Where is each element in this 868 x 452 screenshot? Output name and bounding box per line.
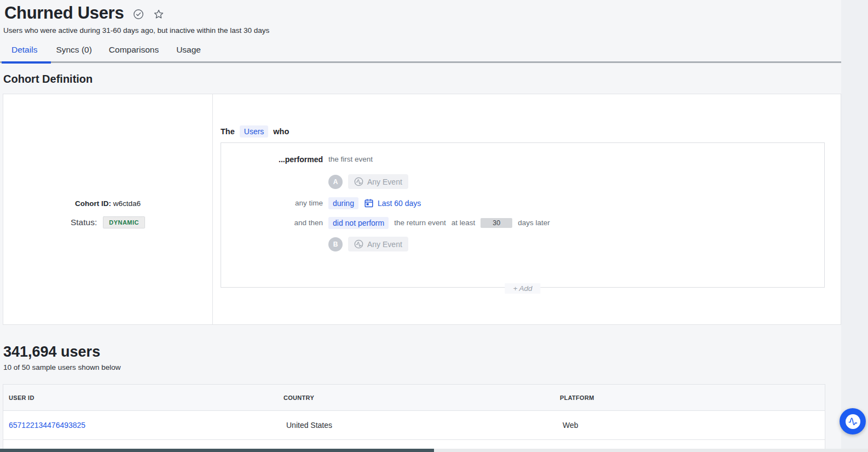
event-icon	[354, 239, 363, 249]
event-a-label: Any Event	[367, 178, 402, 186]
cohort-id-label: Cohort ID:	[75, 199, 111, 208]
right-gutter	[841, 0, 868, 452]
active-tab-underline	[2, 61, 51, 64]
subject-suffix: who	[273, 127, 289, 136]
cohort-subject-line: The Users who	[221, 125, 289, 138]
days-later-label: days later	[518, 219, 550, 227]
cohort-details-page: Churned Users Users who were active duri…	[0, 0, 868, 452]
column-header-user-id: USER ID	[9, 394, 34, 401]
add-clause-button[interactable]: + Add	[505, 283, 540, 294]
event-icon	[354, 177, 363, 186]
tab-syncs[interactable]: Syncs (0)	[56, 45, 91, 55]
event-a-selector[interactable]: Any Event	[348, 174, 408, 189]
event-a-row: A Any Event	[221, 174, 408, 189]
event-b-badge: B	[328, 237, 343, 251]
check-circle-icon[interactable]	[133, 9, 144, 20]
column-header-platform: PLATFORM	[560, 394, 594, 401]
star-icon[interactable]	[153, 9, 164, 20]
event-b-row: B Any Event	[221, 237, 408, 251]
page-header: Churned Users	[4, 3, 164, 23]
horizontal-scrollbar-thumb[interactable]	[0, 449, 434, 452]
page-title: Churned Users	[4, 3, 124, 23]
event-b-selector[interactable]: Any Event	[348, 237, 408, 251]
performed-row: ...performed the first event	[221, 152, 373, 167]
first-event-hint: the first event	[328, 155, 373, 163]
at-least-label: at least	[452, 219, 476, 227]
table-row-partial	[3, 440, 825, 449]
and-then-label: and then	[221, 219, 323, 227]
status-label: Status:	[71, 218, 97, 227]
column-header-country: COUNTRY	[283, 394, 314, 401]
return-event-hint: the return event	[394, 219, 446, 227]
calendar-icon	[364, 198, 374, 208]
cohort-id-value: w6ctda6	[111, 199, 141, 208]
tab-comparisons[interactable]: Comparisons	[109, 45, 159, 55]
user-id-link[interactable]: 657122134476493825	[9, 421, 85, 430]
horizontal-scrollbar-track[interactable]	[0, 449, 868, 452]
any-time-label: any time	[221, 199, 323, 207]
page-subtitle: Users who were active during 31-60 days …	[3, 26, 269, 35]
status-badge: DYNAMIC	[103, 216, 145, 228]
tab-usage[interactable]: Usage	[176, 45, 201, 55]
during-row: any time during Last 60 days	[221, 196, 421, 210]
country-cell: United States	[286, 421, 332, 430]
tab-details[interactable]: Details	[11, 45, 37, 55]
date-range-label: Last 60 days	[378, 199, 421, 208]
table-row: 657122134476493825 United States Web	[3, 411, 825, 440]
event-a-badge: A	[328, 175, 343, 189]
during-selector[interactable]: during	[328, 197, 358, 209]
amplitude-logo-icon	[846, 414, 860, 429]
sample-users-table: USER ID COUNTRY PLATFORM 657122134476493…	[3, 384, 825, 449]
table-header-row: USER ID COUNTRY PLATFORM	[3, 385, 825, 411]
amplitude-fab-button[interactable]	[840, 408, 866, 434]
platform-cell: Web	[563, 421, 578, 430]
then-row: and then did not perform the return even…	[221, 215, 550, 230]
date-range-selector[interactable]: Last 60 days	[364, 198, 421, 208]
definition-clause-box: ...performed the first event A Any Event…	[221, 142, 825, 288]
cohort-id-line: Cohort ID: w6ctda6	[3, 199, 212, 208]
card-divider	[212, 94, 213, 324]
status-line: Status: DYNAMIC	[3, 216, 212, 228]
cohort-definition-heading: Cohort Definition	[3, 73, 92, 85]
performed-label: ...performed	[221, 155, 323, 164]
users-selector[interactable]: Users	[240, 125, 269, 138]
did-not-perform-selector[interactable]: did not perform	[328, 217, 389, 229]
days-input[interactable]	[481, 218, 512, 228]
user-count: 341,694 users	[3, 344, 100, 361]
event-b-label: Any Event	[367, 240, 402, 249]
sample-note: 10 of 50 sample users shown below	[3, 363, 121, 371]
subject-prefix: The	[221, 127, 235, 136]
tabbar-divider	[0, 61, 841, 63]
cohort-definition-card: Cohort ID: w6ctda6 Status: DYNAMIC The U…	[3, 94, 841, 325]
tab-bar: Details Syncs (0) Comparisons Usage	[0, 45, 201, 55]
